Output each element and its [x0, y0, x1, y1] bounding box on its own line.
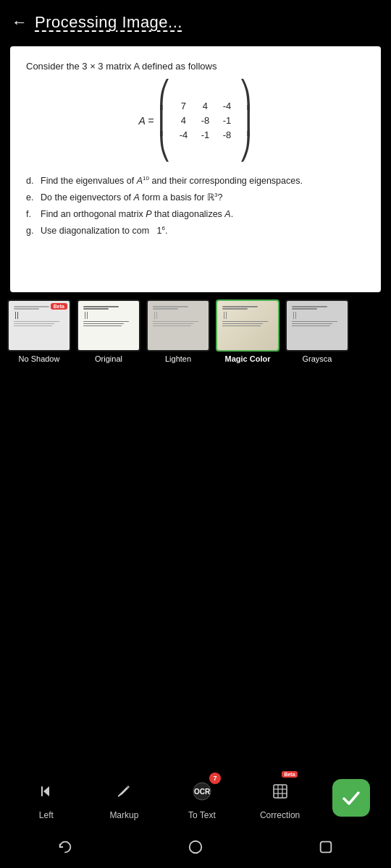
sign-button[interactable] — [332, 779, 370, 817]
problem-g: g. Use diagonalization to com 16. — [26, 223, 365, 239]
filter-graysca[interactable]: Graysca — [282, 299, 352, 363]
matrix-left-bracket: ⎛⎜⎝ — [158, 82, 171, 160]
markup-icon — [108, 775, 140, 807]
matrix-display: A = ⎛⎜⎝ 7 4 -4 4 -8 -1 -4 -1 -8 ⎞⎟⎠ — [26, 82, 365, 160]
nav-back[interactable] — [308, 833, 344, 861]
svg-rect-0 — [41, 786, 43, 796]
to-text-label: To Text — [188, 810, 216, 820]
left-button[interactable]: Left — [21, 775, 72, 820]
to-text-button[interactable]: OCR 7 To Text — [177, 775, 227, 820]
ocr-badge: 7 — [209, 773, 221, 784]
problem-d: d. Find the eigenvalues of A10 and their… — [26, 173, 365, 190]
filter-original-thumb[interactable] — [77, 299, 140, 352]
nav-refresh[interactable] — [47, 833, 83, 861]
nav-home[interactable] — [177, 833, 214, 861]
problem-list: d. Find the eigenvalues of A10 and their… — [26, 173, 365, 240]
filter-lighten-label: Lighten — [165, 354, 191, 363]
filter-lighten[interactable]: Lighten — [143, 299, 213, 363]
svg-point-8 — [190, 841, 202, 854]
bottom-toolbar: Left Markup OCR 7 To Text — [0, 768, 391, 825]
page-title: Processing Image... — [35, 13, 182, 32]
problem-e: e. Do the eigenvectors of A form a basis… — [26, 190, 365, 206]
filter-strip: Beta No Shadow Original — [0, 299, 391, 363]
filter-original-label: Original — [95, 354, 122, 363]
left-icon — [30, 775, 62, 807]
svg-text:OCR: OCR — [194, 788, 211, 796]
svg-rect-3 — [274, 785, 287, 798]
filter-lighten-thumb[interactable] — [146, 299, 210, 352]
filter-graysca-label: Graysca — [303, 354, 332, 363]
markup-button[interactable]: Markup — [98, 775, 149, 820]
svg-rect-9 — [321, 842, 332, 853]
problem-f: f. Find an orthogonal matrix P that diag… — [26, 206, 365, 223]
filter-graysca-thumb[interactable] — [285, 299, 349, 352]
filter-magic-color-label: Magic Color — [225, 354, 271, 363]
left-label: Left — [39, 810, 54, 820]
ocr-icon: OCR 7 — [186, 775, 218, 807]
markup-label: Markup — [109, 810, 138, 820]
filter-no-shadow-thumb[interactable]: Beta — [7, 299, 71, 352]
header: ← Processing Image... — [0, 0, 391, 39]
filter-magic-color-thumb[interactable] — [216, 299, 279, 352]
filter-no-shadow-label: No Shadow — [19, 354, 60, 363]
correction-button[interactable]: Beta Correction — [255, 775, 306, 820]
filter-original[interactable]: Original — [74, 299, 143, 363]
matrix-label: A = — [139, 115, 154, 127]
no-shadow-beta-badge: Beta — [51, 303, 67, 310]
doc-intro: Consider the 3 × 3 matrix A defined as f… — [26, 61, 365, 72]
document-preview: Consider the 3 × 3 matrix A defined as f… — [10, 46, 381, 292]
filter-no-shadow[interactable]: Beta No Shadow — [4, 299, 74, 363]
filter-magic-color[interactable]: Magic Color — [213, 299, 282, 363]
correction-beta-badge: Beta — [282, 771, 297, 778]
back-button[interactable]: ← — [12, 14, 28, 30]
matrix-right-bracket: ⎞⎟⎠ — [239, 82, 252, 160]
system-nav-bar — [0, 830, 391, 868]
matrix-values: 7 4 -4 4 -8 -1 -4 -1 -8 — [172, 99, 237, 142]
correction-label: Correction — [260, 810, 300, 820]
check-icon — [340, 787, 362, 809]
correction-icon: Beta — [264, 775, 296, 807]
